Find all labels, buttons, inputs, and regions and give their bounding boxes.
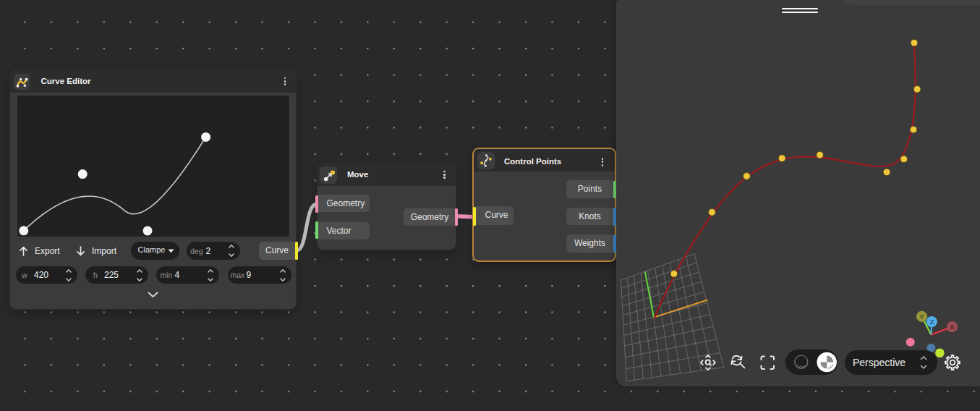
svg-text:Y: Y <box>919 313 924 321</box>
svg-text:X: X <box>950 323 955 331</box>
svg-text:Z: Z <box>929 318 934 326</box>
